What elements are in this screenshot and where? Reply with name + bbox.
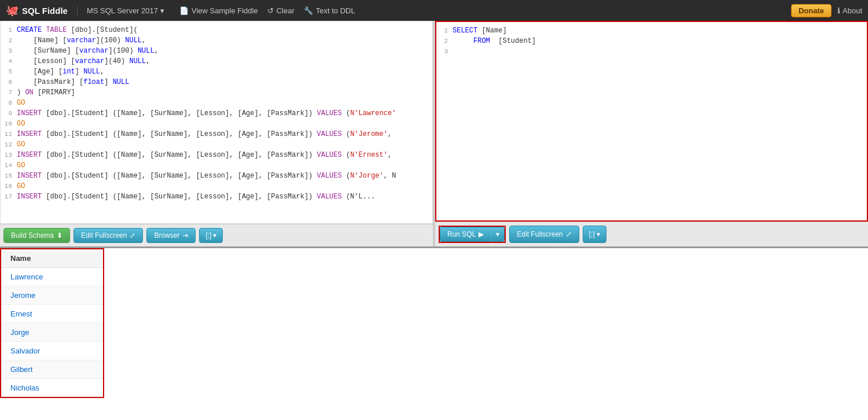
line-content: INSERT [dbo].[Student] ([Name], [SurName… <box>17 108 396 119</box>
logo-text: SQL Fiddle <box>22 6 68 16</box>
line-content: GO <box>17 98 25 108</box>
wrench-icon: 🔧 <box>304 6 313 15</box>
editors-row: 1CREATE TABLE [dbo].[Student](2 [Name] [… <box>0 21 868 246</box>
table-cell: Lawrence <box>1 268 104 286</box>
edit-fullscreen-right-button[interactable]: Edit Fullscreen ⤢ <box>509 226 579 243</box>
table-row: Gilbert <box>1 360 104 379</box>
line-number: 11 <box>1 129 17 139</box>
line-content: [Age] [int] NULL, <box>17 67 104 77</box>
line-content: INSERT [dbo].[Student] ([Name], [SurName… <box>17 171 396 181</box>
left-toolbar: Build Schema ⬇ Edit Fullscreen ⤢ Browser… <box>0 224 433 246</box>
line-number: 3 <box>436 46 453 57</box>
line-content: INSERT [dbo].[Student] ([Name], [SurName… <box>17 150 392 160</box>
edit-fullscreen-left-label: Edit Fullscreen <box>81 231 127 240</box>
code-line: 1CREATE TABLE [dbo].[Student]( <box>1 25 429 35</box>
code-line: 11INSERT [dbo].[Student] ([Name], [SurNa… <box>1 129 429 139</box>
left-semicolon-button[interactable]: [;] ▾ <box>199 228 223 243</box>
run-sql-group: Run SQL ▶ ▾ <box>439 226 506 243</box>
about-button[interactable]: ℹ About <box>837 6 862 15</box>
table-cell: Nicholas <box>1 379 104 398</box>
main: 1CREATE TABLE [dbo].[Student](2 [Name] [… <box>0 21 868 420</box>
line-content: GO <box>17 139 25 150</box>
line-content: GO <box>17 160 25 171</box>
results-area: Name LawrenceJeromeErnestJorgeSalvadorGi… <box>0 246 868 420</box>
line-number: 16 <box>1 181 17 191</box>
left-semicolon-label: [;] <box>205 231 211 240</box>
left-editor[interactable]: 1CREATE TABLE [dbo].[Student](2 [Name] [… <box>0 21 433 224</box>
code-line: 17INSERT [dbo].[Student] ([Name], [SurNa… <box>1 191 429 202</box>
left-semicolon-drop-icon: ▾ <box>213 231 216 240</box>
line-number: 15 <box>1 171 17 181</box>
donate-button[interactable]: Donate <box>791 4 832 17</box>
line-content: ) ON [PRIMARY] <box>17 87 75 98</box>
right-semicolon-button[interactable]: [;] ▾ <box>583 226 606 243</box>
code-line: 14GO <box>1 160 429 171</box>
logo-area: 🐙 SQL Fiddle <box>6 4 68 17</box>
right-panel: 1SELECT [Name]2 FROM [Student]3 Run SQL … <box>435 21 868 246</box>
db-selector[interactable]: MS SQL Server 2017 ▾ <box>77 6 164 15</box>
line-number: 10 <box>1 119 17 129</box>
results-tbody: LawrenceJeromeErnestJorgeSalvadorGilbert… <box>1 268 104 398</box>
line-number: 3 <box>1 46 17 56</box>
code-line: 2 FROM [Student] <box>436 36 863 46</box>
left-panel: 1CREATE TABLE [dbo].[Student](2 [Name] [… <box>0 21 435 246</box>
right-toolbar: Run SQL ▶ ▾ Edit Fullscreen ⤢ [;] ▾ <box>435 222 868 246</box>
code-line: 8GO <box>1 98 429 108</box>
table-row: Jerome <box>1 286 104 305</box>
play-icon: ▶ <box>479 230 484 238</box>
view-sample-button[interactable]: 📄 View Sample Fiddle <box>179 6 258 15</box>
line-content: SELECT [Name] <box>453 25 507 36</box>
line-number: 12 <box>1 139 17 150</box>
line-number: 2 <box>1 35 17 46</box>
line-number: 9 <box>1 108 17 119</box>
table-cell: Ernest <box>1 305 104 323</box>
code-line: 3 [SurName] [varchar](100) NULL, <box>1 46 429 56</box>
line-number: 6 <box>1 77 17 87</box>
line-number: 5 <box>1 67 17 77</box>
code-line: 2 [Name] [varchar](100) NULL, <box>1 35 429 46</box>
build-schema-button[interactable]: Build Schema ⬇ <box>3 228 70 243</box>
header-actions: 📄 View Sample Fiddle ↺ Clear 🔧 Text to D… <box>179 6 355 15</box>
line-number: 1 <box>1 25 17 35</box>
chevron-down-icon: ▾ <box>160 6 164 15</box>
run-sql-dropdown[interactable]: ▾ <box>491 227 505 242</box>
browser-button[interactable]: Browser ⇥ <box>146 228 196 243</box>
build-schema-label: Build Schema <box>11 231 54 240</box>
line-content: FROM [Student] <box>453 36 536 46</box>
line-content: [Name] [varchar](100) NULL, <box>17 35 146 46</box>
line-content: [SurName] [varchar](100) NULL, <box>17 46 159 56</box>
info-icon: ℹ <box>837 6 840 15</box>
table-row: Lawrence <box>1 268 104 286</box>
code-line: 4 [Lesson] [varchar](40) NULL, <box>1 56 429 67</box>
code-line: 1SELECT [Name] <box>436 25 863 36</box>
download-icon: ⬇ <box>57 231 62 240</box>
right-editor[interactable]: 1SELECT [Name]2 FROM [Student]3 <box>435 21 868 222</box>
line-number: 8 <box>1 98 17 108</box>
results-thead: Name <box>1 249 104 268</box>
code-line: 13INSERT [dbo].[Student] ([Name], [SurNa… <box>1 150 429 160</box>
code-line: 7) ON [PRIMARY] <box>1 87 429 98</box>
line-content: GO <box>17 119 25 129</box>
code-line: 16GO <box>1 181 429 191</box>
code-line: 12GO <box>1 139 429 150</box>
db-selector-label: MS SQL Server 2017 <box>87 6 158 15</box>
line-number: 14 <box>1 160 17 171</box>
results-table: Name LawrenceJeromeErnestJorgeSalvadorGi… <box>0 248 104 398</box>
edit-fullscreen-left-button[interactable]: Edit Fullscreen ⤢ <box>73 228 143 243</box>
table-row: Ernest <box>1 305 104 323</box>
clear-button[interactable]: ↺ Clear <box>267 6 295 15</box>
code-line: 5 [Age] [int] NULL, <box>1 67 429 77</box>
browser-label: Browser <box>154 231 179 240</box>
browser-icon: ⇥ <box>182 231 188 240</box>
text-to-ddl-button[interactable]: 🔧 Text to DDL <box>304 6 355 15</box>
line-number: 13 <box>1 150 17 160</box>
line-number: 1 <box>436 25 453 36</box>
code-line: 3 <box>436 46 863 57</box>
table-cell: Salvador <box>1 342 104 360</box>
table-cell: Jerome <box>1 286 104 305</box>
line-content: CREATE TABLE [dbo].[Student]( <box>17 25 138 35</box>
table-cell: Jorge <box>1 323 104 342</box>
run-sql-button[interactable]: Run SQL ▶ <box>440 227 491 242</box>
right-semicolon-drop-icon: ▾ <box>597 230 600 238</box>
code-line: 6 [PassMark] [float] NULL <box>1 77 429 87</box>
